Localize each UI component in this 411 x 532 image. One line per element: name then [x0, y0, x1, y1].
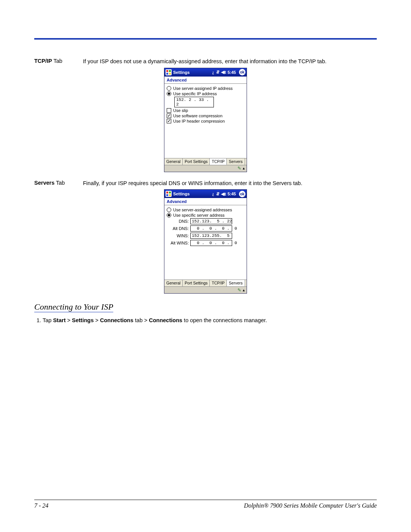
- checkbox-use-slip-label: Use slip: [173, 108, 188, 113]
- servers-desc: Finally, if your ISP requires special DN…: [83, 180, 377, 187]
- tcpip-label: TCP/IP Tab: [34, 58, 72, 64]
- alt-dns-label: Alt DNS:: [169, 226, 189, 231]
- servers-screenshot: Settings ⍮ ⇵ ◀ᴇ 5:45 ok Advanced Use ser…: [164, 189, 247, 294]
- tab-servers[interactable]: Servers: [227, 280, 245, 286]
- checkbox-use-slip[interactable]: [167, 108, 171, 113]
- sync-icon: ⇵: [216, 192, 220, 197]
- svg-rect-1: [169, 70, 171, 72]
- tab-general[interactable]: General: [164, 158, 183, 165]
- radio-server-assigned-label: Use server-assigned IP address: [173, 86, 233, 91]
- ip-address-input[interactable]: 152. 2 . 33 . 2: [174, 97, 214, 107]
- alt-wins-label: Alt WINS:: [169, 241, 189, 245]
- wm-subheader: Advanced: [164, 77, 247, 84]
- speaker-icon: ◀ᴇ: [221, 70, 226, 75]
- guide-title: Dolphin® 7900 Series Mobile Computer Use…: [244, 502, 377, 509]
- wm-titlebar: Settings ⍮ ⇵ ◀ᴇ 5:45 ok: [164, 68, 247, 77]
- sip-bar: ✎ ▲: [164, 286, 247, 293]
- svg-rect-6: [166, 194, 168, 196]
- dns-input[interactable]: 152.123. 5 . 22: [190, 218, 232, 224]
- checkbox-hdr-compression[interactable]: [167, 119, 171, 123]
- tab-port-settings[interactable]: Port Settings: [183, 280, 210, 286]
- sip-pen-icon[interactable]: ✎: [237, 288, 241, 293]
- svg-rect-3: [169, 73, 171, 75]
- servers-body: Use server-assigned addresses Use specif…: [164, 205, 247, 280]
- speaker-icon: ◀ᴇ: [221, 192, 226, 197]
- antenna-icon: ⍮: [212, 70, 215, 75]
- tab-general[interactable]: General: [164, 280, 183, 286]
- steps-list: Tap Start > Settings > Connections tab >…: [34, 317, 377, 323]
- tcpip-section: TCP/IP Tab If your ISP does not use a dy…: [34, 58, 377, 66]
- servers-label: Servers Tab: [34, 180, 72, 186]
- dns-label: DNS:: [169, 219, 189, 224]
- radio-specific-server[interactable]: [167, 213, 171, 217]
- windows-flag-icon[interactable]: [166, 69, 172, 75]
- tab-servers[interactable]: Servers: [227, 158, 245, 165]
- wm-title: Settings: [173, 192, 190, 196]
- svg-rect-2: [166, 73, 168, 75]
- wins-input[interactable]: 152.123.255. 5: [190, 233, 232, 239]
- svg-rect-0: [166, 70, 168, 72]
- sip-up-icon[interactable]: ▲: [242, 166, 245, 170]
- page-number: 7 - 24: [34, 502, 48, 509]
- step-1: Tap Start > Settings > Connections tab >…: [43, 317, 377, 323]
- antenna-icon: ⍮: [212, 192, 215, 196]
- tcpip-body: Use server-assigned IP address Use speci…: [164, 84, 247, 158]
- svg-rect-5: [169, 192, 171, 193]
- ok-button[interactable]: ok: [239, 191, 245, 197]
- windows-flag-icon[interactable]: [166, 191, 172, 197]
- tcpip-desc: If your ISP does not use a dynamically-a…: [83, 58, 377, 66]
- sync-icon: ⇵: [216, 70, 220, 75]
- radio-server-assigned[interactable]: [167, 86, 171, 91]
- checkbox-hdr-compression-label: Use IP header compression: [173, 119, 225, 123]
- wm-title: Settings: [173, 70, 190, 75]
- clock-text: 5:45: [228, 192, 236, 196]
- svg-rect-4: [166, 192, 168, 193]
- wm-tabs-servers: General Port Settings TCP/IP Servers: [164, 280, 247, 286]
- sip-up-icon[interactable]: ▲: [242, 288, 245, 292]
- wm-titlebar-2: Settings ⍮ ⇵ ◀ᴇ 5:45 ok: [164, 190, 247, 198]
- connecting-isp-heading: Connecting to Your ISP: [34, 302, 377, 312]
- servers-section: Servers Tab Finally, if your ISP require…: [34, 180, 377, 187]
- radio-server-assigned-addr[interactable]: [167, 208, 171, 212]
- top-rule: [34, 38, 377, 40]
- svg-rect-7: [169, 194, 171, 196]
- alt-wins-input[interactable]: 0 . 0 . 0 . 0: [190, 240, 232, 246]
- tcpip-screenshot: Settings ⍮ ⇵ ◀ᴇ 5:45 ok Advanced Use ser…: [164, 68, 247, 172]
- radio-specific-server-label: Use specific server address: [173, 213, 225, 217]
- status-icons: ⍮ ⇵ ◀ᴇ 5:45: [212, 70, 236, 75]
- radio-server-assigned-addr-label: Use server-assigned addresses: [173, 208, 232, 212]
- clock-text: 5:45: [228, 70, 236, 75]
- tab-tcpip[interactable]: TCP/IP: [210, 158, 227, 165]
- ok-button[interactable]: ok: [239, 69, 245, 75]
- page-footer: 7 - 24 Dolphin® 7900 Series Mobile Compu…: [34, 500, 377, 509]
- wm-subheader: Advanced: [164, 198, 247, 205]
- alt-dns-input[interactable]: 0 . 0 . 0 . 0: [190, 225, 232, 232]
- status-icons: ⍮ ⇵ ◀ᴇ 5:45: [212, 192, 236, 197]
- wm-tabs-tcpip: General Port Settings TCP/IP Servers: [164, 158, 247, 165]
- sip-pen-icon[interactable]: ✎: [237, 166, 241, 171]
- wins-label: WINS:: [169, 233, 189, 238]
- checkbox-sw-compression-label: Use software compression: [173, 113, 223, 118]
- tab-tcpip[interactable]: TCP/IP: [210, 280, 227, 286]
- radio-specific-ip-label: Use specific IP address: [173, 91, 217, 96]
- footer-rule: [34, 500, 377, 500]
- sip-bar: ✎ ▲: [164, 165, 247, 172]
- radio-specific-ip[interactable]: [167, 91, 171, 96]
- checkbox-sw-compression[interactable]: [167, 113, 171, 118]
- tab-port-settings[interactable]: Port Settings: [183, 158, 210, 165]
